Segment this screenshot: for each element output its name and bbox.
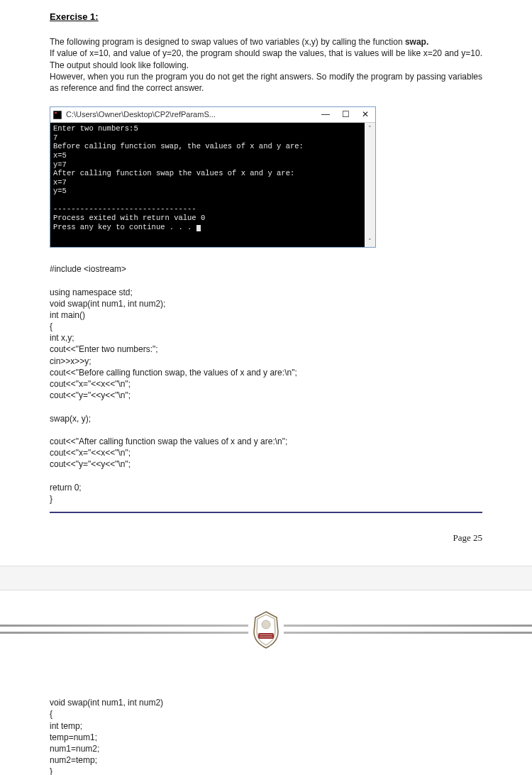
console-output: Enter two numbers:5 7 Before calling fun… — [50, 123, 365, 247]
console-app-icon — [53, 111, 62, 119]
code-line: cout<<"x="<<x<<"\n"; — [50, 448, 131, 458]
code-line: cin>>x>>y; — [50, 356, 92, 366]
scrollbar[interactable]: ˄ ˅ — [365, 123, 375, 247]
code-line: num2=temp; — [50, 755, 97, 765]
desc-swap-bold: swap. — [405, 37, 428, 47]
header-logo-band — [0, 598, 532, 661]
code-line: #include <iostream> — [50, 264, 126, 274]
console-line: y=5 — [53, 187, 67, 195]
code-line: cout<<"Enter two numbers:"; — [50, 344, 158, 354]
console-line: x=5 — [53, 151, 67, 160]
code-line: } — [50, 766, 52, 775]
console-line: Process exited with return value 0 — [53, 214, 205, 222]
console-line: Before calling function swap, the values… — [53, 142, 304, 150]
code-line: { — [50, 709, 52, 719]
console-line: Press any key to continue . . . — [53, 223, 196, 231]
console-line: x=7 — [53, 178, 67, 187]
minimize-button[interactable]: — — [321, 111, 330, 119]
code-line: int temp; — [50, 721, 82, 731]
description-paragraph: The following program is designed to swa… — [50, 36, 482, 94]
code-line: { — [50, 321, 52, 331]
source-code-swap-function: void swap(int num1, int num2) { int temp… — [50, 697, 482, 775]
maximize-button[interactable]: ☐ — [341, 111, 350, 119]
console-window: C:\Users\Owner\Desktop\CP2\refParamS... … — [50, 106, 376, 248]
code-line: } — [50, 494, 52, 504]
code-line: cout<<"Before calling function swap, the… — [50, 368, 297, 378]
cursor-icon — [196, 225, 201, 231]
code-line: cout<<"y="<<y<<"\n"; — [50, 390, 131, 400]
scroll-down-icon[interactable]: ˅ — [368, 237, 372, 246]
scroll-up-icon[interactable]: ˄ — [368, 124, 372, 133]
desc-line2: If value of x=10, and value of y=20, the… — [50, 48, 482, 70]
window-controls: — ☐ ✕ — [321, 111, 372, 119]
console-line: -------------------------------- — [53, 204, 196, 213]
code-line: swap(x, y); — [50, 414, 91, 424]
page-2: void swap(int num1, int num2) { int temp… — [0, 661, 532, 775]
svg-rect-0 — [53, 111, 62, 119]
code-line: void swap(int num1, int num2); — [50, 299, 165, 309]
close-button[interactable]: ✕ — [361, 111, 370, 119]
svg-rect-3 — [258, 633, 274, 639]
desc-line1a: The following program is designed to swa… — [50, 37, 405, 47]
code-line: return 0; — [50, 483, 82, 493]
page-footer-rule — [50, 512, 482, 513]
svg-rect-4 — [260, 634, 272, 635]
console-line: After calling function swap the values o… — [53, 169, 294, 177]
code-line: cout<<"x="<<x<<"\n"; — [50, 379, 131, 389]
page-number: Page 25 — [0, 532, 532, 566]
console-body-wrap: Enter two numbers:5 7 Before calling fun… — [50, 123, 375, 247]
exercise-title: Exercise 1: — [50, 11, 482, 23]
code-line: num1=num2; — [50, 744, 99, 754]
page-gap — [0, 566, 532, 590]
svg-point-2 — [262, 620, 270, 629]
console-line: 7 — [53, 133, 57, 142]
svg-rect-1 — [55, 112, 57, 114]
university-logo-icon — [248, 610, 284, 649]
code-line: cout<<"y="<<y<<"\n"; — [50, 459, 131, 469]
console-line: Enter two numbers:5 — [53, 124, 138, 133]
code-line: using namespace std; — [50, 287, 133, 297]
code-line: void swap(int num1, int num2) — [50, 698, 163, 708]
code-line: int x,y; — [50, 333, 74, 343]
code-line: temp=num1; — [50, 732, 97, 742]
console-titlebar: C:\Users\Owner\Desktop\CP2\refParamS... … — [50, 107, 375, 123]
svg-rect-5 — [260, 637, 272, 637]
code-line: cout<<"After calling function swap the v… — [50, 436, 287, 446]
console-line: y=7 — [53, 160, 67, 169]
console-title-text: C:\Users\Owner\Desktop\CP2\refParamS... — [66, 109, 321, 120]
page-1: Exercise 1: The following program is des… — [0, 0, 532, 532]
code-line: int main() — [50, 310, 85, 320]
source-code-main: #include <iostream> using namespace std;… — [50, 263, 482, 505]
desc-line3: However, when you run the program you do… — [50, 72, 482, 93]
